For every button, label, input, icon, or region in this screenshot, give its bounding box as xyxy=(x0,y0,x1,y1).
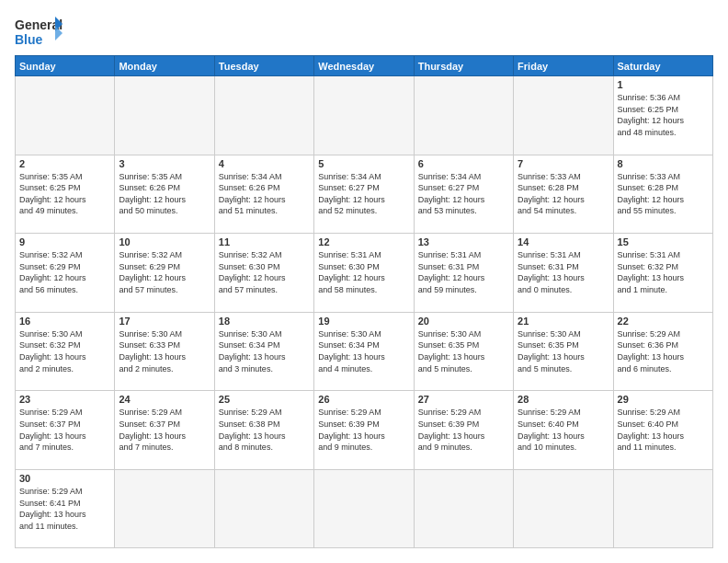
calendar-cell: 24Sunrise: 5:29 AM Sunset: 6:37 PM Dayli… xyxy=(115,391,214,470)
day-number: 5 xyxy=(318,158,409,169)
day-number: 9 xyxy=(19,236,110,247)
page: General Blue Sunday Monday Tuesday Wedne… xyxy=(0,0,728,563)
calendar-cell: 8Sunrise: 5:33 AM Sunset: 6:28 PM Daylig… xyxy=(613,155,712,234)
day-info: Sunrise: 5:33 AM Sunset: 6:28 PM Dayligh… xyxy=(518,171,609,217)
calendar-cell xyxy=(314,470,414,548)
calendar-week-3: 9Sunrise: 5:32 AM Sunset: 6:29 PM Daylig… xyxy=(16,234,713,313)
day-info: Sunrise: 5:30 AM Sunset: 6:35 PM Dayligh… xyxy=(418,328,509,374)
day-info: Sunrise: 5:29 AM Sunset: 6:37 PM Dayligh… xyxy=(19,407,110,453)
day-info: Sunrise: 5:29 AM Sunset: 6:36 PM Dayligh… xyxy=(618,328,709,374)
calendar-cell: 21Sunrise: 5:30 AM Sunset: 6:35 PM Dayli… xyxy=(514,312,613,391)
day-info: Sunrise: 5:34 AM Sunset: 6:27 PM Dayligh… xyxy=(418,171,509,217)
calendar-cell: 17Sunrise: 5:30 AM Sunset: 6:33 PM Dayli… xyxy=(115,312,214,391)
day-info: Sunrise: 5:34 AM Sunset: 6:26 PM Dayligh… xyxy=(219,171,310,217)
day-number: 28 xyxy=(518,394,609,405)
day-number: 2 xyxy=(19,158,110,169)
day-number: 12 xyxy=(318,236,409,247)
day-info: Sunrise: 5:30 AM Sunset: 6:34 PM Dayligh… xyxy=(219,328,310,374)
header-tuesday: Tuesday xyxy=(214,56,313,76)
day-info: Sunrise: 5:32 AM Sunset: 6:29 PM Dayligh… xyxy=(119,249,210,295)
day-info: Sunrise: 5:32 AM Sunset: 6:29 PM Dayligh… xyxy=(19,249,110,295)
logo-svg: General Blue xyxy=(15,15,63,48)
calendar-cell: 23Sunrise: 5:29 AM Sunset: 6:37 PM Dayli… xyxy=(16,391,115,470)
day-info: Sunrise: 5:36 AM Sunset: 6:25 PM Dayligh… xyxy=(618,92,709,138)
day-info: Sunrise: 5:35 AM Sunset: 6:25 PM Dayligh… xyxy=(19,171,110,217)
day-number: 22 xyxy=(618,316,709,327)
calendar-cell xyxy=(613,470,712,548)
calendar-week-5: 23Sunrise: 5:29 AM Sunset: 6:37 PM Dayli… xyxy=(16,391,713,470)
day-number: 19 xyxy=(318,316,409,327)
calendar-cell: 14Sunrise: 5:31 AM Sunset: 6:31 PM Dayli… xyxy=(514,234,613,313)
day-info: Sunrise: 5:30 AM Sunset: 6:35 PM Dayligh… xyxy=(518,328,609,374)
day-number: 26 xyxy=(318,394,409,405)
calendar-cell: 27Sunrise: 5:29 AM Sunset: 6:39 PM Dayli… xyxy=(414,391,513,470)
day-number: 6 xyxy=(418,158,509,169)
day-info: Sunrise: 5:31 AM Sunset: 6:32 PM Dayligh… xyxy=(618,249,709,295)
day-number: 27 xyxy=(418,394,509,405)
header-saturday: Saturday xyxy=(613,56,712,76)
header-sunday: Sunday xyxy=(16,56,115,76)
calendar-cell: 6Sunrise: 5:34 AM Sunset: 6:27 PM Daylig… xyxy=(414,155,513,234)
day-number: 20 xyxy=(418,316,509,327)
day-number: 25 xyxy=(219,394,310,405)
day-number: 24 xyxy=(119,394,210,405)
header-thursday: Thursday xyxy=(414,56,513,76)
day-info: Sunrise: 5:31 AM Sunset: 6:30 PM Dayligh… xyxy=(318,249,409,295)
calendar-cell: 1Sunrise: 5:36 AM Sunset: 6:25 PM Daylig… xyxy=(613,76,712,155)
day-info: Sunrise: 5:29 AM Sunset: 6:40 PM Dayligh… xyxy=(618,407,709,453)
day-info: Sunrise: 5:29 AM Sunset: 6:39 PM Dayligh… xyxy=(418,407,509,453)
day-number: 21 xyxy=(518,316,609,327)
day-info: Sunrise: 5:29 AM Sunset: 6:39 PM Dayligh… xyxy=(318,407,409,453)
day-info: Sunrise: 5:34 AM Sunset: 6:27 PM Dayligh… xyxy=(318,171,409,217)
calendar-cell: 5Sunrise: 5:34 AM Sunset: 6:27 PM Daylig… xyxy=(314,155,414,234)
header-friday: Friday xyxy=(514,56,613,76)
day-number: 4 xyxy=(219,158,310,169)
calendar-cell xyxy=(414,76,513,155)
day-number: 23 xyxy=(19,394,110,405)
calendar-cell xyxy=(514,470,613,548)
calendar-cell xyxy=(514,76,613,155)
calendar-cell: 7Sunrise: 5:33 AM Sunset: 6:28 PM Daylig… xyxy=(514,155,613,234)
weekday-header-row: Sunday Monday Tuesday Wednesday Thursday… xyxy=(16,56,713,76)
header-wednesday: Wednesday xyxy=(314,56,414,76)
day-info: Sunrise: 5:29 AM Sunset: 6:38 PM Dayligh… xyxy=(219,407,310,453)
day-number: 8 xyxy=(618,158,709,169)
logo: General Blue xyxy=(15,15,63,48)
day-number: 14 xyxy=(518,236,609,247)
calendar-cell xyxy=(115,76,214,155)
calendar-week-1: 1Sunrise: 5:36 AM Sunset: 6:25 PM Daylig… xyxy=(16,76,713,155)
calendar-cell: 16Sunrise: 5:30 AM Sunset: 6:32 PM Dayli… xyxy=(16,312,115,391)
day-number: 16 xyxy=(19,316,110,327)
day-info: Sunrise: 5:29 AM Sunset: 6:40 PM Dayligh… xyxy=(518,407,609,453)
day-info: Sunrise: 5:30 AM Sunset: 6:34 PM Dayligh… xyxy=(318,328,409,374)
calendar-week-6: 30Sunrise: 5:29 AM Sunset: 6:41 PM Dayli… xyxy=(16,470,713,548)
day-number: 30 xyxy=(19,473,110,484)
calendar-cell xyxy=(314,76,414,155)
calendar-cell: 11Sunrise: 5:32 AM Sunset: 6:30 PM Dayli… xyxy=(214,234,313,313)
calendar-cell xyxy=(214,470,313,548)
header: General Blue xyxy=(15,15,713,48)
day-number: 1 xyxy=(618,79,709,90)
calendar-cell: 12Sunrise: 5:31 AM Sunset: 6:30 PM Dayli… xyxy=(314,234,414,313)
calendar-week-2: 2Sunrise: 5:35 AM Sunset: 6:25 PM Daylig… xyxy=(16,155,713,234)
calendar-cell xyxy=(16,76,115,155)
day-info: Sunrise: 5:32 AM Sunset: 6:30 PM Dayligh… xyxy=(219,249,310,295)
calendar-cell: 15Sunrise: 5:31 AM Sunset: 6:32 PM Dayli… xyxy=(613,234,712,313)
calendar-cell: 20Sunrise: 5:30 AM Sunset: 6:35 PM Dayli… xyxy=(414,312,513,391)
calendar-cell: 2Sunrise: 5:35 AM Sunset: 6:25 PM Daylig… xyxy=(16,155,115,234)
calendar-cell: 28Sunrise: 5:29 AM Sunset: 6:40 PM Dayli… xyxy=(514,391,613,470)
calendar-cell: 19Sunrise: 5:30 AM Sunset: 6:34 PM Dayli… xyxy=(314,312,414,391)
day-info: Sunrise: 5:30 AM Sunset: 6:33 PM Dayligh… xyxy=(119,328,210,374)
calendar-cell xyxy=(214,76,313,155)
day-number: 17 xyxy=(119,316,210,327)
day-number: 18 xyxy=(219,316,310,327)
calendar-week-4: 16Sunrise: 5:30 AM Sunset: 6:32 PM Dayli… xyxy=(16,312,713,391)
calendar-cell: 29Sunrise: 5:29 AM Sunset: 6:40 PM Dayli… xyxy=(613,391,712,470)
day-number: 11 xyxy=(219,236,310,247)
svg-text:Blue: Blue xyxy=(15,32,43,47)
day-info: Sunrise: 5:33 AM Sunset: 6:28 PM Dayligh… xyxy=(618,171,709,217)
day-number: 10 xyxy=(119,236,210,247)
day-number: 7 xyxy=(518,158,609,169)
calendar-cell: 25Sunrise: 5:29 AM Sunset: 6:38 PM Dayli… xyxy=(214,391,313,470)
calendar-cell: 30Sunrise: 5:29 AM Sunset: 6:41 PM Dayli… xyxy=(16,470,115,548)
